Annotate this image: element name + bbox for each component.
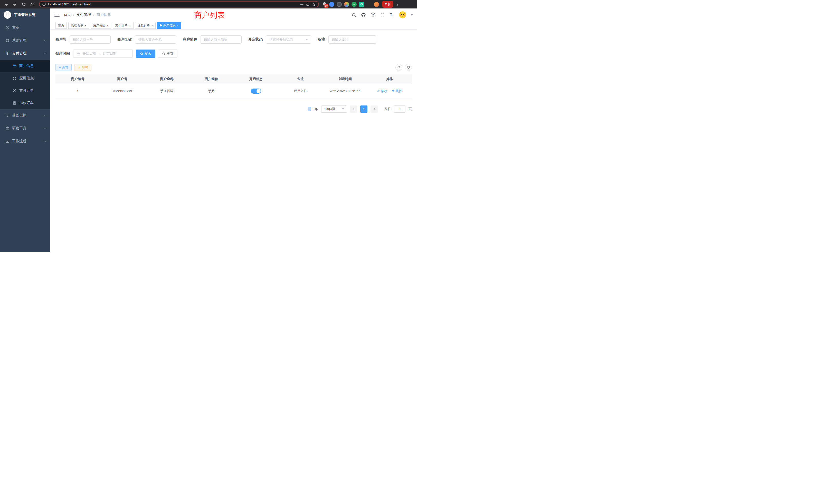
reset-button[interactable]: 重置 bbox=[158, 49, 177, 58]
close-icon[interactable]: × bbox=[129, 24, 131, 27]
search-icon[interactable] bbox=[351, 12, 356, 18]
browser-profile-avatar[interactable] bbox=[374, 2, 379, 7]
address-bar[interactable]: localhost:1024/pay/merchant bbox=[39, 1, 319, 7]
app-logo[interactable]: 芋道管理系统 bbox=[0, 8, 50, 21]
page-number-button[interactable]: 1 bbox=[360, 106, 368, 113]
tab-refund-order[interactable]: 退款订单× bbox=[135, 22, 156, 29]
pay-order-icon bbox=[12, 89, 17, 93]
user-menu-caret-icon[interactable] bbox=[411, 14, 413, 16]
pay-submenu: 商户信息 应用信息 支付订单 bbox=[0, 60, 50, 109]
sidebar-item-refund-order[interactable]: 退款订单 bbox=[0, 97, 50, 109]
short-name-input[interactable] bbox=[200, 36, 242, 44]
breadcrumb-section[interactable]: 支付管理 bbox=[76, 13, 91, 17]
extension-icon-3[interactable] bbox=[344, 2, 349, 7]
share-icon[interactable] bbox=[306, 2, 310, 6]
goto-page-input[interactable] bbox=[394, 106, 405, 113]
user-avatar[interactable] bbox=[399, 11, 407, 19]
extensions-puzzle-icon[interactable]: 10 bbox=[322, 2, 327, 7]
remark-input[interactable] bbox=[328, 36, 376, 44]
browser-update-button[interactable]: 更新 bbox=[382, 1, 393, 8]
status-toggle[interactable] bbox=[251, 89, 261, 94]
extension-icon-6[interactable] bbox=[367, 2, 372, 7]
full-name-input[interactable] bbox=[135, 36, 176, 44]
sidebar-item-workflow[interactable]: 工作流程 bbox=[0, 135, 50, 147]
home-icon[interactable] bbox=[29, 1, 36, 8]
sidebar-item-infrastructure[interactable]: 基础设施 bbox=[0, 109, 50, 122]
extension-icon-4[interactable] bbox=[352, 2, 357, 7]
merchant-table: 商户编号 商户号 商户全称 商户简称 开启状态 备注 创建时间 操作 1 bbox=[56, 74, 412, 99]
merchant-list-page: 商户号 商户全称 商户简称 开启状态 请选择开启状态 bbox=[50, 30, 417, 252]
extension-icon-5[interactable]: G bbox=[359, 2, 364, 7]
close-icon[interactable]: × bbox=[85, 24, 87, 27]
cell-merchant-no: M233666999 bbox=[100, 84, 145, 98]
export-button-label: 导出 bbox=[82, 65, 88, 70]
github-icon[interactable] bbox=[361, 12, 366, 18]
tab-home[interactable]: 首页 bbox=[56, 22, 67, 29]
search-button-label: 搜索 bbox=[145, 51, 151, 56]
sidebar-item-pay[interactable]: ¥ 支付管理 bbox=[0, 47, 50, 60]
total-prefix: 共 bbox=[308, 107, 311, 111]
add-button[interactable]: + 新增 bbox=[56, 64, 72, 71]
app-title: 芋道管理系统 bbox=[14, 13, 36, 17]
create-time-label: 创建时间 bbox=[56, 51, 70, 56]
tab-process-form[interactable]: 流程表单× bbox=[68, 22, 89, 29]
back-icon[interactable] bbox=[3, 1, 10, 8]
tab-pay-order[interactable]: 支付订单× bbox=[113, 22, 133, 29]
close-icon[interactable]: × bbox=[107, 24, 109, 27]
sidebar-item-home[interactable]: 首页 bbox=[0, 21, 50, 34]
font-size-icon[interactable]: TT bbox=[389, 12, 394, 18]
sidebar-item-dev-tools[interactable]: 研发工具 bbox=[0, 122, 50, 135]
close-icon[interactable]: × bbox=[151, 24, 153, 27]
next-page-button[interactable] bbox=[371, 106, 378, 113]
password-key-icon[interactable] bbox=[300, 2, 304, 6]
tab-label: 商户信息 bbox=[163, 23, 175, 28]
cell-merchant-id: 1 bbox=[56, 84, 100, 98]
breadcrumb-home[interactable]: 首页 bbox=[64, 13, 71, 17]
col-create-time: 创建时间 bbox=[323, 74, 368, 84]
bookmark-star-icon[interactable] bbox=[312, 2, 316, 6]
close-icon[interactable]: × bbox=[177, 24, 179, 27]
calendar-icon bbox=[76, 52, 80, 56]
sidebar-item-merchant-info[interactable]: 商户信息 bbox=[0, 60, 50, 72]
help-icon[interactable]: ? bbox=[370, 12, 375, 18]
site-info-icon[interactable] bbox=[42, 2, 46, 6]
date-end-placeholder: 结束日期 bbox=[103, 51, 116, 56]
tab-user-group[interactable]: 用户分组× bbox=[91, 22, 111, 29]
sidebar-item-system[interactable]: 系统管理 bbox=[0, 34, 50, 47]
create-time-range-picker[interactable]: 开始日期 - 结束日期 bbox=[73, 49, 133, 58]
extension-icon-1[interactable] bbox=[329, 2, 334, 7]
gear-icon bbox=[5, 39, 9, 43]
fullscreen-icon[interactable] bbox=[380, 12, 385, 18]
page-size-select[interactable]: 10条/页 bbox=[321, 106, 347, 113]
sidebar-fold-icon[interactable] bbox=[54, 13, 60, 17]
sidebar-item-pay-order[interactable]: 支付订单 bbox=[0, 85, 50, 97]
cell-short-name: 芋艿 bbox=[189, 84, 234, 98]
tags-view-bar: 首页 流程表单× 用户分组× 支付订单× 退款订单× 商户信息× bbox=[50, 21, 417, 30]
table-row: 1 M233666999 芋道源码 芋艿 我是备注 2021-10-23 08:… bbox=[56, 84, 412, 98]
reset-button-label: 重置 bbox=[167, 51, 173, 56]
delete-link[interactable]: 删除 bbox=[392, 89, 402, 93]
show-search-toggle-icon[interactable] bbox=[395, 64, 402, 71]
tab-merchant-info[interactable]: 商户信息× bbox=[157, 22, 181, 29]
remark-label: 备注 bbox=[318, 37, 325, 42]
sidebar: 芋道管理系统 首页 系统管理 ¥ 支付管理 bbox=[0, 8, 50, 252]
sidebar-item-label: 支付订单 bbox=[19, 88, 46, 93]
search-button[interactable]: 搜索 bbox=[136, 49, 155, 58]
refresh-table-icon[interactable] bbox=[405, 64, 412, 71]
prev-page-button[interactable] bbox=[350, 106, 357, 113]
url-text[interactable]: localhost:1024/pay/merchant bbox=[48, 2, 298, 6]
sidebar-item-label: 首页 bbox=[12, 25, 46, 30]
browser-menu-icon[interactable]: ⋮ bbox=[395, 2, 399, 7]
tab-label: 退款订单 bbox=[138, 23, 150, 28]
merchant-no-input[interactable] bbox=[70, 36, 111, 44]
export-button[interactable]: 导出 bbox=[74, 64, 91, 71]
status-label: 开启状态 bbox=[248, 37, 263, 42]
tab-label: 流程表单 bbox=[71, 23, 83, 28]
forward-icon[interactable] bbox=[11, 1, 19, 8]
sidebar-item-app-info[interactable]: 应用信息 bbox=[0, 72, 50, 85]
extension-icon-2[interactable] bbox=[337, 2, 342, 7]
edit-link[interactable]: 修改 bbox=[377, 89, 387, 93]
chevron-down-icon bbox=[306, 39, 308, 40]
reload-icon[interactable] bbox=[20, 1, 27, 8]
status-select[interactable]: 请选择开启状态 bbox=[266, 36, 311, 44]
